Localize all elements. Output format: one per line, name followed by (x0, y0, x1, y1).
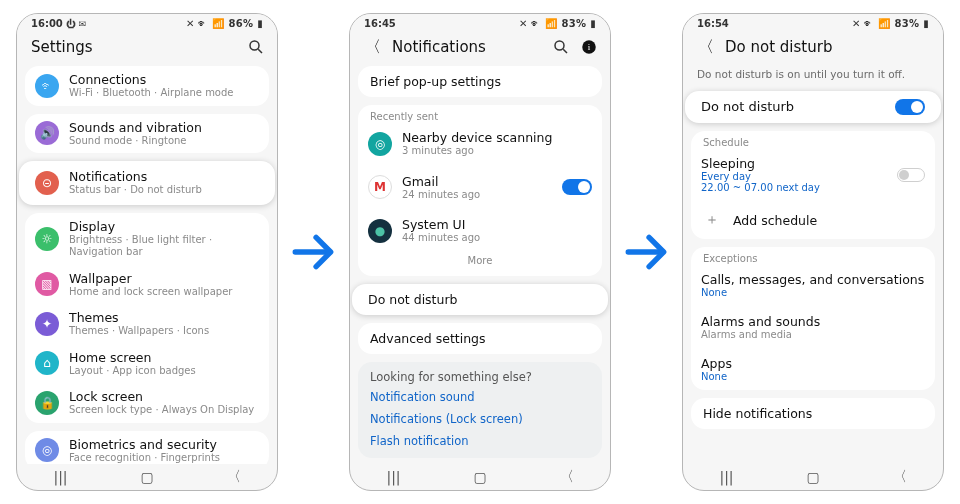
item-sub: Sound mode · Ringtone (69, 135, 259, 148)
exceptions-label: Exceptions (691, 247, 935, 264)
link-notification-sound[interactable]: Notification sound (358, 386, 602, 408)
exception-calls[interactable]: Calls, messages, and conversations None (691, 264, 935, 306)
header: 〈 Do not disturb (683, 32, 943, 66)
nav-home-icon[interactable]: ▢ (473, 469, 486, 485)
nav-home-icon[interactable]: ▢ (806, 469, 819, 485)
item-sub: 24 minutes ago (402, 189, 552, 202)
exceptions-card: Exceptions Calls, messages, and conversa… (691, 247, 935, 390)
notifications-list: Brief pop-up settings Recently sent ◎ Ne… (350, 66, 610, 464)
item-label: Sounds and vibration (69, 120, 259, 135)
dnd-master-toggle[interactable] (895, 99, 925, 115)
item-label: Sleeping (701, 156, 887, 171)
nav-back-icon[interactable]: 〈 (560, 468, 574, 486)
recent-app-systemui[interactable]: ● System UI 44 minutes ago (358, 209, 602, 253)
settings-item-sounds[interactable]: 🔊 Sounds and vibration Sound mode · Ring… (25, 114, 269, 154)
item-label: Do not disturb (368, 292, 592, 307)
nav-back-icon[interactable]: 〈 (227, 468, 241, 486)
back-icon[interactable]: 〈 (364, 38, 382, 56)
item-sub: None (701, 287, 925, 298)
gmail-toggle[interactable] (562, 179, 592, 195)
phone-notifications: 16:45 ✕ ᯤ 📶 83% ▮ 〈 Notifications i Brie… (349, 13, 611, 491)
settings-group-1: ᯤ Connections Wi-Fi · Bluetooth · Airpla… (25, 66, 269, 106)
exception-apps[interactable]: Apps None (691, 348, 935, 390)
settings-item-wallpaper[interactable]: ▧ Wallpaper Home and lock screen wallpap… (25, 265, 269, 305)
svg-point-3 (555, 41, 564, 50)
brief-popup-card[interactable]: Brief pop-up settings (358, 66, 602, 97)
search-icon[interactable] (552, 38, 570, 56)
item-sub: Screen lock type · Always On Display (69, 404, 259, 417)
item-label: Notifications (69, 169, 259, 184)
item-label: Apps (701, 356, 925, 371)
advanced-settings-card[interactable]: Advanced settings (358, 323, 602, 354)
status-bar: 16:45 ✕ ᯤ 📶 83% ▮ (350, 14, 610, 32)
settings-item-home-screen[interactable]: ⌂ Home screen Layout · App icon badges (25, 344, 269, 384)
recently-sent-label: Recently sent (358, 105, 602, 122)
add-schedule[interactable]: ＋ Add schedule (691, 201, 935, 239)
item-sub: Face recognition · Fingerprints (69, 452, 259, 465)
schedule-card: Schedule Sleeping Every day 22.00 ~ 07.0… (691, 131, 935, 239)
page-title: Do not disturb (725, 38, 931, 56)
systemui-icon: ● (368, 219, 392, 243)
link-notifications-lockscreen[interactable]: Notifications (Lock screen) (358, 408, 602, 430)
nav-recents-icon[interactable]: ||| (386, 469, 400, 485)
settings-item-lock-screen[interactable]: 🔒 Lock screen Screen lock type · Always … (25, 383, 269, 423)
settings-list: ᯤ Connections Wi-Fi · Bluetooth · Airpla… (17, 66, 277, 464)
flow-arrow-icon (285, 227, 343, 277)
do-not-disturb-item[interactable]: Do not disturb (352, 284, 608, 315)
item-sub: Wi-Fi · Bluetooth · Airplane mode (69, 87, 259, 100)
status-time: 16:00 ⏻ ✉ (31, 18, 86, 29)
dnd-master-label: Do not disturb (701, 99, 885, 115)
schedule-label: Schedule (691, 131, 935, 148)
item-sub: 44 minutes ago (402, 232, 592, 245)
back-icon[interactable]: 〈 (697, 38, 715, 56)
notifications-icon: ⊝ (35, 171, 59, 195)
recent-app-nearby[interactable]: ◎ Nearby device scanning 3 minutes ago (358, 122, 602, 166)
plus-icon: ＋ (701, 209, 723, 231)
exception-alarms[interactable]: Alarms and sounds Alarms and media (691, 306, 935, 348)
sound-icon: 🔊 (35, 121, 59, 145)
item-sub2: 22.00 ~ 07.00 next day (701, 182, 887, 193)
nav-recents-icon[interactable]: ||| (719, 469, 733, 485)
settings-item-themes[interactable]: ✦ Themes Themes · Wallpapers · Icons (25, 304, 269, 344)
settings-item-display[interactable]: ☼ Display Brightness · Blue light filter… (25, 213, 269, 265)
settings-item-connections[interactable]: ᯤ Connections Wi-Fi · Bluetooth · Airpla… (25, 66, 269, 106)
settings-group-2: 🔊 Sounds and vibration Sound mode · Ring… (25, 114, 269, 154)
nav-home-icon[interactable]: ▢ (140, 469, 153, 485)
more-button[interactable]: More (358, 253, 602, 274)
schedule-sleeping[interactable]: Sleeping Every day 22.00 ~ 07.00 next da… (691, 148, 935, 201)
themes-icon: ✦ (35, 312, 59, 336)
item-sub: Layout · App icon badges (69, 365, 259, 378)
display-icon: ☼ (35, 227, 59, 251)
header: 〈 Notifications i (350, 32, 610, 66)
nav-bar: ||| ▢ 〈 (17, 464, 277, 490)
item-label: Lock screen (69, 389, 259, 404)
item-sub: Status bar · Do not disturb (69, 184, 259, 197)
nav-back-icon[interactable]: 〈 (893, 468, 907, 486)
home-icon: ⌂ (35, 351, 59, 375)
item-sub1: Every day (701, 171, 887, 182)
settings-item-notifications[interactable]: ⊝ Notifications Status bar · Do not dist… (19, 161, 275, 205)
item-sub: Themes · Wallpapers · Icons (69, 325, 259, 338)
wallpaper-icon: ▧ (35, 272, 59, 296)
search-icon[interactable] (247, 38, 265, 56)
page-title: Settings (31, 38, 237, 56)
nearby-icon: ◎ (368, 132, 392, 156)
gmail-icon: M (368, 175, 392, 199)
settings-group-3: ☼ Display Brightness · Blue light filter… (25, 213, 269, 423)
dnd-master-toggle-row[interactable]: Do not disturb (685, 91, 941, 123)
item-sub: Brightness · Blue light filter · Navigat… (69, 234, 259, 259)
item-sub: 3 minutes ago (402, 145, 592, 158)
sleeping-toggle[interactable] (897, 168, 925, 182)
link-flash-notification[interactable]: Flash notification (358, 430, 602, 452)
hide-notifications-card[interactable]: Hide notifications (691, 398, 935, 429)
lock-icon: 🔒 (35, 391, 59, 415)
item-label: Biometrics and security (69, 437, 259, 452)
settings-group-4: ◎ Biometrics and security Face recogniti… (25, 431, 269, 465)
nav-recents-icon[interactable]: ||| (53, 469, 67, 485)
item-label: Home screen (69, 350, 259, 365)
recent-app-gmail[interactable]: M Gmail 24 minutes ago (358, 166, 602, 210)
info-icon[interactable]: i (580, 38, 598, 56)
status-indicators: ✕ ᯤ 📶 86% ▮ (186, 18, 263, 29)
item-label: Calls, messages, and conversations (701, 272, 925, 287)
settings-item-biometrics[interactable]: ◎ Biometrics and security Face recogniti… (25, 431, 269, 465)
